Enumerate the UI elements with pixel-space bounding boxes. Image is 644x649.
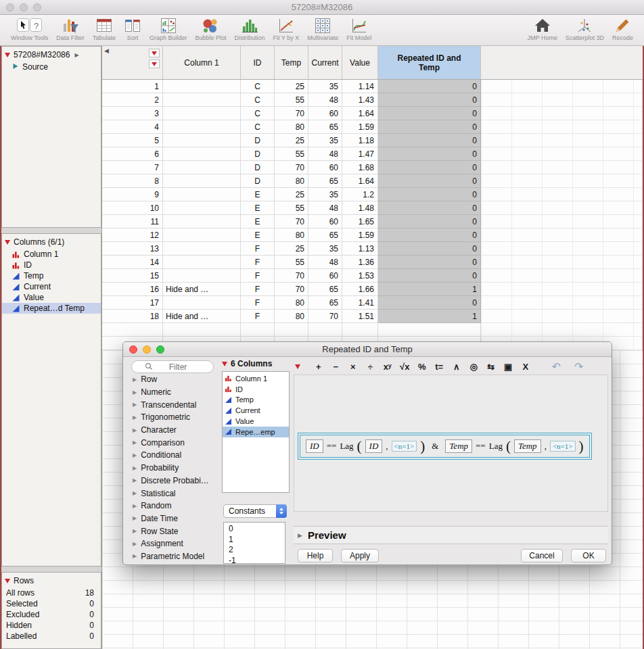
disclosure-triangle-icon[interactable]: ▶: [133, 515, 137, 521]
column-list-item[interactable]: Current: [2, 281, 101, 292]
undo-button[interactable]: ↶: [548, 360, 566, 373]
disclosure-triangle-icon[interactable]: ▶: [133, 553, 137, 559]
dialog-column-item[interactable]: ID: [223, 384, 289, 395]
raise-power-button[interactable]: xʸ: [379, 360, 396, 373]
disclosure-triangle-icon[interactable]: ▶: [133, 528, 137, 534]
cell-column1[interactable]: [163, 229, 241, 242]
boxing-button[interactable]: ▣: [500, 360, 518, 373]
apply-button[interactable]: Apply: [341, 549, 379, 562]
red-triangle-menu-icon[interactable]: [5, 579, 10, 583]
column-list-item[interactable]: Repeat…d Temp: [2, 303, 101, 314]
table-row[interactable]: 18 Hide and … F 80 70 1.51 1: [102, 310, 643, 323]
preview-section-header[interactable]: ▶ Preview: [294, 526, 608, 544]
formula-n-parameter[interactable]: <n=1>: [550, 441, 576, 452]
cell-temp[interactable]: 55: [275, 147, 308, 161]
cell-id[interactable]: E: [241, 188, 275, 201]
cell-column1[interactable]: [163, 80, 241, 93]
cell-value[interactable]: 1.64: [342, 174, 378, 188]
disclosure-triangle-icon[interactable]: ▶: [133, 503, 137, 509]
function-category-item[interactable]: ▶ Parametric Model: [133, 550, 222, 563]
cell-value[interactable]: 1.65: [342, 215, 378, 229]
cell-id[interactable]: F: [241, 283, 275, 296]
row-number-cell[interactable]: 17: [102, 296, 163, 310]
cell-id[interactable]: E: [241, 201, 275, 215]
cell-temp[interactable]: 55: [275, 201, 308, 215]
table-row[interactable]: 15 F 70 60 1.53 0: [102, 269, 643, 283]
table-row[interactable]: 11 E 70 60 1.65 0: [102, 215, 643, 229]
table-row[interactable]: 5 D 25 35 1.18 0: [102, 134, 643, 147]
cell-column1[interactable]: [163, 269, 241, 283]
cell-repeated-id-and-temp[interactable]: 0: [378, 134, 481, 147]
cell-temp[interactable]: 70: [275, 269, 308, 283]
row-number-cell[interactable]: 5: [102, 134, 163, 147]
row-number-cell[interactable]: 6: [102, 147, 163, 161]
dialog-columns-header[interactable]: 6 Columns: [222, 359, 272, 368]
table-row[interactable]: 14 F 55 48 1.36 0: [102, 256, 643, 269]
function-category-item[interactable]: ▶ Row State: [133, 525, 222, 537]
cell-column1[interactable]: [163, 120, 241, 134]
formula-canvas[interactable]: ID == Lag ( ID , <n=1> ) & Temp == Lag (…: [294, 375, 608, 512]
cell-repeated-id-and-temp[interactable]: 0: [378, 229, 481, 242]
cell-id[interactable]: C: [241, 93, 275, 107]
function-category-item[interactable]: ▶ Transcendental: [133, 398, 222, 411]
cell-column1[interactable]: [163, 296, 241, 310]
disclosure-triangle-icon[interactable]: ▶: [133, 427, 137, 433]
red-triangle-menu-icon[interactable]: [295, 364, 300, 369]
cell-temp[interactable]: 25: [275, 134, 308, 147]
cell-current[interactable]: 60: [308, 107, 342, 120]
column-header-column1[interactable]: Column 1: [163, 46, 241, 79]
formula-var-id[interactable]: ID: [306, 439, 323, 453]
column-header-repeated-id-and-temp[interactable]: Repeated ID and Temp: [378, 46, 481, 79]
table-row[interactable]: 7 D 70 60 1.68 0: [102, 161, 643, 174]
disclosure-triangle-icon[interactable]: ▶: [133, 402, 137, 408]
column-list-item[interactable]: Value: [2, 292, 101, 303]
column-header-id[interactable]: ID: [241, 46, 275, 79]
cell-current[interactable]: 48: [308, 147, 342, 161]
bubble-plot-toolbar-button[interactable]: Bubble Plot: [195, 16, 226, 41]
cell-repeated-id-and-temp[interactable]: 0: [378, 242, 481, 256]
table-row[interactable]: 3 C 70 60 1.64 0: [102, 107, 643, 120]
dialog-titlebar[interactable]: Repeated ID and Temp: [123, 342, 612, 357]
root-button[interactable]: √x: [396, 360, 414, 373]
dialog-minimize-button[interactable]: [143, 345, 151, 354]
collapse-panels-icon[interactable]: ◀: [104, 47, 109, 54]
redo-button[interactable]: ↷: [570, 360, 588, 373]
cell-repeated-id-and-temp[interactable]: 0: [378, 296, 481, 310]
cell-column1[interactable]: [163, 215, 241, 229]
cell-column1[interactable]: [163, 107, 241, 120]
cell-id[interactable]: D: [241, 134, 275, 147]
row-number-cell[interactable]: 18: [102, 310, 163, 323]
cell-value[interactable]: 1.47: [342, 147, 378, 161]
table-empty-row[interactable]: [102, 323, 643, 337]
cell-current[interactable]: 35: [308, 188, 342, 201]
table-row[interactable]: 6 D 55 48 1.47 0: [102, 147, 643, 161]
cell-current[interactable]: 35: [308, 80, 342, 93]
function-category-item[interactable]: ▶ Date Time: [133, 512, 222, 525]
red-triangle-menu-icon[interactable]: [222, 362, 227, 366]
delete-expression-button[interactable]: X: [517, 360, 534, 373]
red-triangle-menu-icon[interactable]: [5, 240, 10, 245]
formula-arg-temp[interactable]: Temp: [514, 439, 541, 453]
cell-value[interactable]: 1.36: [342, 256, 378, 269]
cell-value[interactable]: 1.48: [342, 201, 378, 215]
constant-item[interactable]: 1: [229, 535, 285, 546]
cell-current[interactable]: 65: [308, 174, 342, 188]
cell-repeated-id-and-temp[interactable]: 0: [378, 93, 481, 107]
scatterplot-3d-toolbar-button[interactable]: Scatterplot 3D: [566, 16, 604, 41]
cell-repeated-id-and-temp[interactable]: 0: [378, 256, 481, 269]
filter-search-field[interactable]: [131, 360, 214, 373]
cell-id[interactable]: F: [241, 269, 275, 283]
ok-button[interactable]: OK: [571, 549, 606, 562]
cell-repeated-id-and-temp[interactable]: 1: [378, 283, 481, 296]
function-category-item[interactable]: ▶ Trigonometric: [133, 411, 222, 424]
cell-id[interactable]: D: [241, 174, 275, 188]
constant-item[interactable]: 2: [229, 545, 285, 556]
fit-y-by-x-toolbar-button[interactable]: Fit Y by X: [273, 16, 300, 41]
cell-id[interactable]: C: [241, 107, 275, 120]
dialog-column-item[interactable]: Current: [223, 405, 289, 416]
cell-column1[interactable]: [163, 188, 241, 201]
columns-panel-header[interactable]: Columns (6/1): [2, 234, 101, 249]
cell-value[interactable]: 1.13: [342, 242, 378, 256]
cell-current[interactable]: 48: [308, 93, 342, 107]
formula-lag-function[interactable]: Lag: [489, 441, 503, 452]
